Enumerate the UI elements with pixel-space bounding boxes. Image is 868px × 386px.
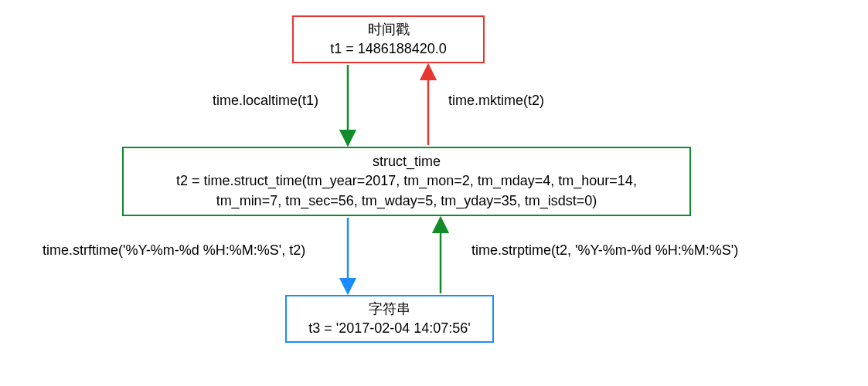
label-strptime: time.strptime(t2, '%Y-%m-%d %H:%M:%S') <box>471 242 738 259</box>
node-struct-time: struct_time t2 = time.struct_time(tm_yea… <box>122 147 691 216</box>
node-struct-time-value-1: t2 = time.struct_time(tm_year=2017, tm_m… <box>176 171 637 191</box>
label-localtime: time.localtime(t1) <box>213 93 318 109</box>
label-strftime: time.strftime('%Y-%m-%d %H:%M:%S', t2) <box>43 242 305 259</box>
label-mktime: time.mktime(t2) <box>448 93 544 109</box>
time-conversion-diagram: 时间戳 t1 = 1486188420.0 struct_time t2 = t… <box>0 0 868 386</box>
node-timestamp: 时间戳 t1 = 1486188420.0 <box>292 15 485 63</box>
node-string-value: t3 = '2017-02-04 14:07:56' <box>308 319 471 338</box>
node-string-title: 字符串 <box>369 300 410 319</box>
node-timestamp-value: t1 = 1486188420.0 <box>330 39 447 59</box>
node-struct-time-title: struct_time <box>373 152 441 171</box>
node-struct-time-value-2: tm_min=7, tm_sec=56, tm_wday=5, tm_yday=… <box>216 191 597 211</box>
node-timestamp-title: 时间戳 <box>368 20 410 39</box>
node-string: 字符串 t3 = '2017-02-04 14:07:56' <box>285 295 494 343</box>
